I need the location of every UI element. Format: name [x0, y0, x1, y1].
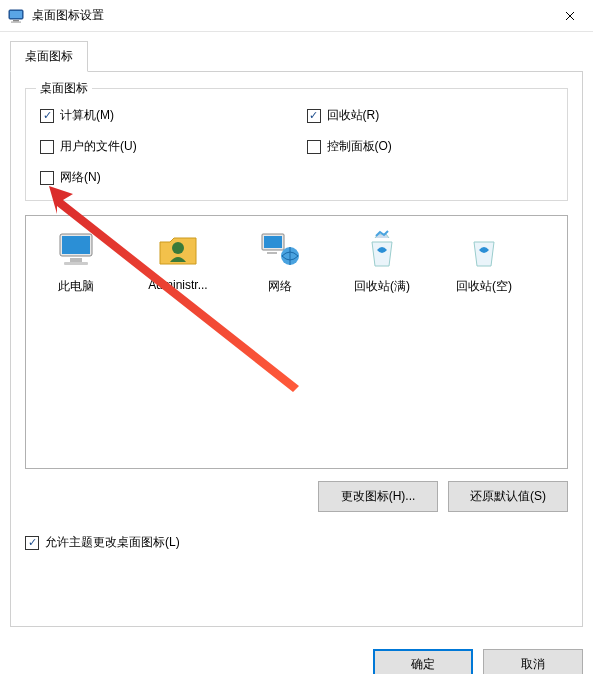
svg-rect-3: [11, 21, 21, 22]
checkbox-label: 网络(N): [60, 169, 101, 186]
checkbox-network[interactable]: 网络(N): [40, 169, 287, 186]
svg-rect-6: [62, 236, 90, 254]
preview-label: Administr...: [148, 278, 207, 292]
restore-default-button[interactable]: 还原默认值(S): [448, 481, 568, 512]
svg-rect-7: [70, 258, 82, 262]
svg-point-9: [172, 242, 184, 254]
checkbox-icon: [40, 140, 54, 154]
desktop-icons-group: 桌面图标 计算机(M) 回收站(R) 用户的文件(U) 控制面板(O): [25, 88, 568, 201]
user-folder-icon: [156, 228, 200, 272]
preview-user-folder[interactable]: Administr...: [136, 228, 220, 292]
preview-network[interactable]: 网络: [238, 228, 322, 295]
network-icon: [258, 228, 302, 272]
cancel-button[interactable]: 取消: [483, 649, 583, 674]
icon-action-row: 更改图标(H)... 还原默认值(S): [25, 481, 568, 512]
preview-label: 回收站(空): [456, 278, 512, 295]
icon-preview-list: 此电脑 Administr...: [25, 215, 568, 469]
checkbox-label: 计算机(M): [60, 107, 114, 124]
checkbox-icon: [307, 109, 321, 123]
preview-label: 网络: [268, 278, 292, 295]
svg-rect-8: [64, 262, 88, 265]
checkbox-label: 控制面板(O): [327, 138, 392, 155]
checkbox-recycle-bin[interactable]: 回收站(R): [307, 107, 554, 124]
checkbox-icon: [40, 109, 54, 123]
preview-this-pc[interactable]: 此电脑: [34, 228, 118, 295]
tab-desktop-icons[interactable]: 桌面图标: [10, 41, 88, 72]
svg-rect-11: [264, 236, 282, 248]
title-text: 桌面图标设置: [32, 7, 547, 24]
checkbox-label: 允许主题更改桌面图标(L): [45, 534, 180, 551]
preview-label: 此电脑: [58, 278, 94, 295]
checkbox-label: 用户的文件(U): [60, 138, 137, 155]
checkbox-grid: 计算机(M) 回收站(R) 用户的文件(U) 控制面板(O) 网络(N): [40, 107, 553, 186]
tab-page: 桌面图标 计算机(M) 回收站(R) 用户的文件(U) 控制面板(O): [10, 71, 583, 627]
close-icon: [565, 8, 575, 24]
close-button[interactable]: [547, 0, 593, 32]
dialog-button-row: 确定 取消: [0, 637, 593, 674]
checkbox-computer[interactable]: 计算机(M): [40, 107, 287, 124]
titlebar: 桌面图标设置: [0, 0, 593, 32]
group-title: 桌面图标: [36, 80, 92, 97]
recycle-full-icon: [360, 228, 404, 272]
svg-rect-13: [267, 252, 277, 254]
computer-icon: [54, 228, 98, 272]
checkbox-allow-themes[interactable]: 允许主题更改桌面图标(L): [25, 534, 568, 551]
checkbox-user-files[interactable]: 用户的文件(U): [40, 138, 287, 155]
preview-recycle-full[interactable]: 回收站(满): [340, 228, 424, 295]
preview-label: 回收站(满): [354, 278, 410, 295]
svg-rect-1: [10, 11, 22, 18]
checkbox-label: 回收站(R): [327, 107, 380, 124]
checkbox-icon: [25, 536, 39, 550]
ok-button[interactable]: 确定: [373, 649, 473, 674]
preview-recycle-empty[interactable]: 回收站(空): [442, 228, 526, 295]
checkbox-icon: [307, 140, 321, 154]
svg-rect-2: [13, 20, 19, 22]
tab-strip: 桌面图标: [10, 40, 583, 71]
change-icon-button[interactable]: 更改图标(H)...: [318, 481, 438, 512]
dialog-content: 桌面图标 桌面图标 计算机(M) 回收站(R): [0, 32, 593, 637]
checkbox-control-panel[interactable]: 控制面板(O): [307, 138, 554, 155]
checkbox-icon: [40, 171, 54, 185]
recycle-empty-icon: [462, 228, 506, 272]
app-icon: [8, 8, 24, 24]
